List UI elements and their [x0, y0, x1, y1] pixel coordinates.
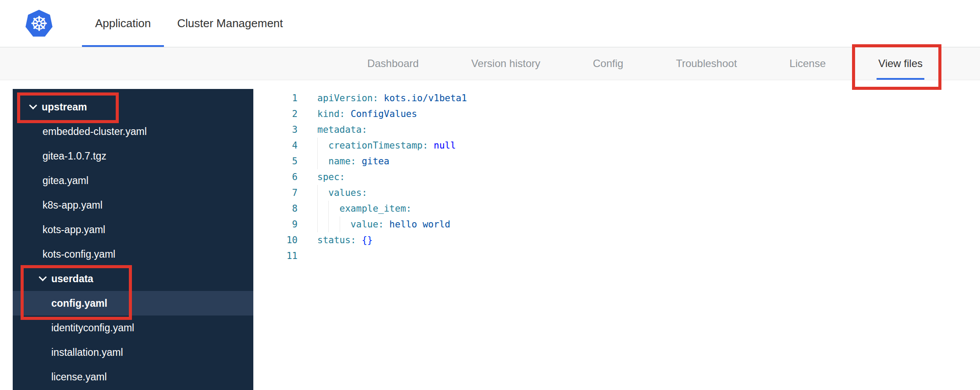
line-number: 8	[253, 201, 298, 216]
indent-guide	[328, 201, 339, 216]
tree-item-label: k8s-app.yaml	[43, 199, 103, 211]
kubernetes-logo: ☸	[25, 10, 53, 38]
token-kw: null	[434, 140, 456, 151]
tree-item-gitea-yaml[interactable]: gitea.yaml	[13, 168, 253, 193]
code-content: metadata:	[298, 122, 367, 138]
tree-item-upstream[interactable]: upstream	[13, 95, 253, 119]
line-number: 7	[253, 185, 298, 201]
code-line: 3metadata:	[253, 122, 980, 138]
line-number: 3	[253, 122, 298, 138]
file-tree-sidebar: upstreamembedded-cluster.yamlgitea-1.0.7…	[13, 89, 253, 390]
code-line: 11	[253, 248, 980, 264]
chevron-down-icon	[29, 101, 37, 109]
tab-application[interactable]: Application	[82, 0, 164, 47]
token-key: kind:	[317, 109, 345, 119]
code-content: spec:	[298, 169, 345, 185]
code-line: 1apiVersion: kots.io/v1beta1	[253, 90, 980, 106]
code-line: 4creationTimestamp: null	[253, 138, 980, 153]
line-number: 9	[253, 216, 298, 232]
token-plain	[356, 156, 362, 167]
tree-item-label: license.yaml	[51, 371, 107, 383]
tree-item-embedded-cluster-yaml[interactable]: embedded-cluster.yaml	[13, 119, 253, 144]
subnav: Dashboard Version history Config Trouble…	[0, 47, 980, 80]
tree-item-kots-app-yaml[interactable]: kots-app.yaml	[13, 217, 253, 242]
line-number: 6	[253, 169, 298, 185]
token-val: ConfigValues	[351, 109, 417, 119]
code-line: 10status: {}	[253, 232, 980, 248]
token-plain	[384, 219, 390, 230]
tree-item-label: installation.yaml	[51, 347, 123, 358]
tree-item-label: embedded-cluster.yaml	[43, 126, 147, 138]
header: ☸ Application Cluster Management	[0, 0, 980, 47]
indent-guide	[328, 216, 339, 232]
token-key: creationTimestamp:	[328, 140, 428, 151]
tab-view-files[interactable]: View files	[878, 47, 923, 80]
tab-version-history[interactable]: Version history	[471, 47, 540, 80]
tree-item-label: kots-app.yaml	[43, 224, 105, 236]
editor-lines: 1apiVersion: kots.io/v1beta12kind: Confi…	[253, 90, 980, 264]
tab-troubleshoot[interactable]: Troubleshoot	[676, 47, 737, 80]
code-line: 9value: hello world	[253, 216, 980, 232]
code-content: values:	[298, 185, 367, 201]
tree-item-installation-yaml[interactable]: installation.yaml	[13, 340, 253, 365]
tab-cluster-management[interactable]: Cluster Management	[164, 0, 296, 47]
tree-item-license-yaml[interactable]: license.yaml	[13, 365, 253, 389]
token-key: apiVersion:	[317, 93, 378, 103]
code-line: 2kind: ConfigValues	[253, 106, 980, 122]
token-key: status:	[317, 235, 356, 245]
file-tree: upstreamembedded-cluster.yamlgitea-1.0.7…	[13, 95, 253, 389]
indent-guide	[317, 201, 328, 216]
header-tabs: Application Cluster Management	[82, 0, 296, 47]
token-plain	[356, 235, 362, 245]
kots-admin-console: ☸ Application Cluster Management Dashboa…	[0, 0, 980, 390]
tab-dashboard[interactable]: Dashboard	[367, 47, 419, 80]
code-content: name: gitea	[298, 153, 389, 169]
token-val: gitea	[362, 156, 389, 167]
indent-guide	[317, 138, 328, 153]
code-line: 7values:	[253, 185, 980, 201]
token-val: hello world	[389, 219, 450, 230]
token-key: spec:	[317, 172, 345, 182]
helm-wheel-icon: ☸	[30, 14, 48, 34]
code-line: 5name: gitea	[253, 153, 980, 169]
line-number: 11	[253, 248, 298, 264]
tree-item-label: gitea.yaml	[43, 175, 89, 187]
tree-item-label: kots-config.yaml	[43, 248, 115, 260]
code-content: apiVersion: kots.io/v1beta1	[298, 90, 467, 106]
yaml-code-editor[interactable]: 1apiVersion: kots.io/v1beta12kind: Confi…	[253, 89, 980, 390]
token-key: example_item:	[340, 203, 412, 214]
tree-item-label: gitea-1.0.7.tgz	[43, 150, 107, 162]
tree-item-identityconfig-yaml[interactable]: identityconfig.yaml	[13, 316, 253, 340]
token-key: metadata:	[317, 124, 367, 135]
code-content	[298, 248, 317, 264]
token-key: values:	[328, 188, 367, 198]
tree-item-label: identityconfig.yaml	[51, 322, 134, 334]
code-content: example_item:	[298, 201, 412, 216]
line-number: 4	[253, 138, 298, 153]
code-content: value: hello world	[298, 216, 450, 232]
line-number: 10	[253, 232, 298, 248]
tree-item-k8s-app-yaml[interactable]: k8s-app.yaml	[13, 193, 253, 217]
code-content: status: {}	[298, 232, 373, 248]
line-number: 2	[253, 106, 298, 122]
token-key: name:	[328, 156, 356, 167]
token-br: {}	[362, 235, 373, 245]
tree-item-kots-config-yaml[interactable]: kots-config.yaml	[13, 242, 253, 266]
tree-item-label: config.yaml	[51, 298, 107, 309]
tree-item-config-yaml[interactable]: config.yaml	[13, 291, 253, 316]
tree-item-userdata[interactable]: userdata	[13, 266, 253, 291]
line-number: 5	[253, 153, 298, 169]
tree-item-gitea-1-0-7-tgz[interactable]: gitea-1.0.7.tgz	[13, 144, 253, 168]
token-plain	[428, 140, 434, 151]
tab-license[interactable]: License	[789, 47, 826, 80]
code-line: 8example_item:	[253, 201, 980, 216]
line-number: 1	[253, 90, 298, 106]
token-key: value:	[351, 219, 384, 230]
token-val: kots.io/v1beta1	[384, 93, 467, 103]
token-plain	[345, 109, 351, 119]
code-content: kind: ConfigValues	[298, 106, 417, 122]
indent-guide	[317, 216, 328, 232]
tab-config[interactable]: Config	[593, 47, 623, 80]
code-content: creationTimestamp: null	[298, 138, 456, 153]
indent-guide	[340, 216, 351, 232]
